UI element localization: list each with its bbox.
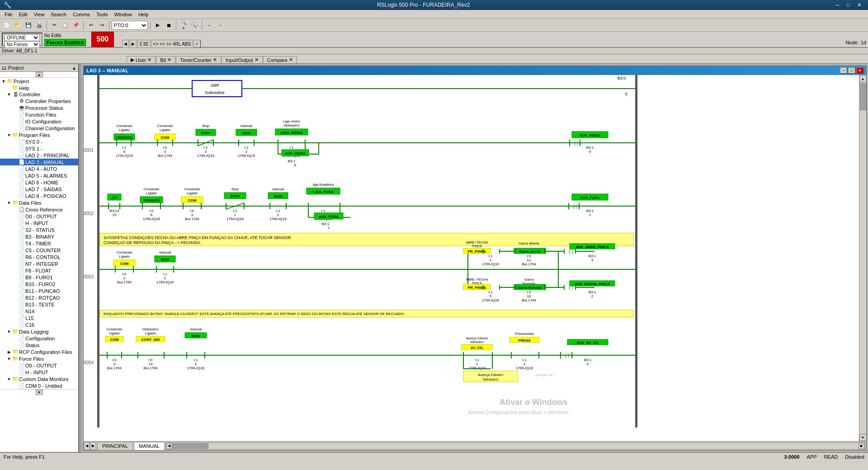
tab-user[interactable]: ▶ User ✕ [127, 56, 156, 63]
sidebar-item-c5[interactable]: 📄 C5 - COUNTER [0, 247, 78, 254]
instr-ok-btn[interactable]: ✓ [193, 40, 201, 48]
lad-maximize-btn[interactable]: □ [848, 67, 855, 74]
cut-btn[interactable]: ✂ [49, 20, 59, 30]
sidebar-item-lad4[interactable]: 📄 LAD 4 - AUTO [0, 165, 78, 172]
pto-select[interactable]: PTO:0 [112, 21, 148, 30]
h-scroll-thumb[interactable] [172, 443, 208, 449]
bottom-tab-manual[interactable]: MANUAL [134, 442, 165, 450]
expand-logging[interactable]: ▼ [6, 329, 12, 334]
tab-io-close[interactable]: ✕ [255, 57, 259, 63]
sidebar-item-n7[interactable]: 📄 N7 - INTEGER [0, 260, 78, 267]
sidebar-item-cdm0[interactable]: 📄 CDM 0 - Untitled [0, 382, 78, 389]
menu-tools[interactable]: Tools [94, 11, 111, 18]
sidebar-item-proc-status[interactable]: 💻 Processor Status [0, 104, 78, 111]
paste-btn[interactable]: 📌 [71, 20, 81, 30]
menu-edit[interactable]: Edit [16, 11, 30, 18]
h-scroll-right-btn[interactable]: ▶ [859, 443, 865, 449]
sidebar-item-cross-ref[interactable]: 📋 Cross Reference [0, 206, 78, 213]
sidebar-item-b9[interactable]: 📄 B9 - FURO1 [0, 274, 78, 281]
tab-bit-close[interactable]: ✕ [167, 57, 171, 63]
sidebar-item-o0[interactable]: 📄 O0 - OUTPUT [0, 213, 78, 220]
copy-btn[interactable]: 📋 [60, 20, 70, 30]
sidebar-item-s2[interactable]: 📄 S2 - STATUS [0, 226, 78, 233]
stop-btn[interactable]: ⏹ [164, 20, 174, 30]
sidebar-item-program-files[interactable]: ▼ 📁 Program Files [0, 132, 78, 138]
sidebar-item-b11[interactable]: 📄 B11 - PUNCAO [0, 287, 78, 294]
sidebar-item-r6[interactable]: 📄 R6 - CONTROL [0, 254, 78, 260]
minimize-btn[interactable]: ─ [833, 2, 842, 8]
sidebar-item-dl-status[interactable]: 📄 Status [0, 342, 78, 348]
sidebar-item-c16[interactable]: 📄 C16 [0, 321, 78, 328]
sidebar-item-custom-monitors[interactable]: ▼ 📁 Custom Data Monitors [0, 376, 78, 382]
sidebar-item-l15[interactable]: 📄 L15 [0, 315, 78, 321]
maximize-btn[interactable]: □ [844, 2, 853, 8]
scroll-thumb-v[interactable] [860, 83, 866, 110]
run-btn[interactable]: ▶ [153, 20, 163, 30]
menu-file[interactable]: File [2, 11, 15, 18]
right-btn[interactable]: → [215, 20, 225, 30]
expand-force[interactable]: ▼ [6, 357, 12, 361]
sidebar-item-b10[interactable]: 📄 B10 - FURO2 [0, 281, 78, 287]
sidebar-item-dl-config[interactable]: 📄 Configuration [0, 335, 78, 342]
expand-project[interactable]: ▼ [1, 79, 6, 84]
sidebar-item-lad2[interactable]: 📄 LAD 2 - PRINCIPAL [0, 152, 78, 159]
sidebar-item-chan-config[interactable]: 📄 Channel Configuration [0, 125, 78, 132]
sidebar-item-b12[interactable]: 📄 B12 - ROTÇAO [0, 294, 78, 301]
sidebar-item-ctrl-props[interactable]: ⚙ Controller Properties [0, 98, 78, 104]
tab-input-output[interactable]: Input/Output ✕ [222, 56, 263, 63]
sidebar-item-help[interactable]: 📁 Help [0, 85, 78, 91]
tab-timer-counter[interactable]: Timer/Counter ✕ [176, 56, 221, 63]
sidebar-item-lad8[interactable]: 📄 LAD 8 - POSICAO [0, 193, 78, 199]
sidebar-item-data-logging[interactable]: ▼ 📁 Data Logging [0, 328, 78, 335]
expand-data[interactable]: ▼ [6, 201, 12, 205]
tree-scroll-up[interactable]: ▲ [36, 72, 43, 77]
tab-bit[interactable]: Bit ✕ [156, 56, 175, 63]
tab-compare[interactable]: Compare ✕ [263, 56, 297, 63]
menu-view[interactable]: View [31, 11, 47, 18]
menu-comms[interactable]: Comms [70, 11, 93, 18]
sidebar-item-controller[interactable]: ▼ 🎛 Controller [0, 91, 78, 98]
sidebar-item-lad7[interactable]: 📄 LAD 7 - SAIDAS [0, 186, 78, 193]
expand-controller[interactable]: ▼ [6, 92, 12, 97]
open-btn[interactable]: 📂 [13, 20, 23, 30]
left-btn[interactable]: ← [204, 20, 214, 30]
sidebar-item-io-config[interactable]: 📄 IO Configuration [0, 118, 78, 125]
tab-scroll-right[interactable]: ▶ [90, 442, 96, 450]
sidebar-item-fh1[interactable]: 📄 H - INPUT [0, 369, 78, 376]
sidebar-item-rcp-files[interactable]: ▶ 📁 RCP Configuration Files [0, 348, 78, 355]
menu-search[interactable]: Search [48, 11, 69, 18]
expand-program[interactable]: ▼ [6, 133, 12, 137]
sidebar-item-fo0[interactable]: 📄 O0 - OUTPUT [0, 362, 78, 369]
new-btn[interactable]: 📄 [2, 20, 12, 30]
instr-next-btn[interactable]: ▶ [130, 40, 137, 48]
scroll-down-btn[interactable]: ▼ [859, 434, 867, 441]
tab-compare-close[interactable]: ✕ [289, 57, 293, 63]
zoom-out-btn[interactable]: 🔍- [189, 20, 199, 30]
sidebar-item-force-files[interactable]: ▼ 📁 Force Files [0, 355, 78, 362]
no-forces-select[interactable]: No Forces [5, 41, 40, 48]
sidebar-item-sys1[interactable]: 📄 SYS 1 - [0, 145, 78, 152]
instr-prev-btn[interactable]: ◀ [122, 40, 129, 48]
lad-minimize-btn[interactable]: ─ [840, 67, 847, 74]
bottom-tab-principal[interactable]: PRINCIPAL [97, 442, 133, 450]
scroll-up-btn[interactable]: ▲ [859, 75, 867, 82]
save-btn[interactable]: 💾 [24, 20, 33, 30]
sidebar-item-f8[interactable]: 📄 F8 - FLOAT [0, 267, 78, 274]
sidebar-item-func-files[interactable]: 📄 Function Files [0, 111, 78, 118]
redo-btn[interactable]: ↪ [97, 20, 107, 30]
lad-close-btn[interactable]: ✕ [856, 67, 863, 74]
sidebar-item-lad6[interactable]: 📄 LAD 6 - HOME [0, 179, 78, 186]
sidebar-item-n14[interactable]: 📄 N14 [0, 308, 78, 315]
expand-monitors[interactable]: ▼ [6, 377, 12, 381]
tab-tc-close[interactable]: ✕ [213, 57, 217, 63]
sidebar-item-b3[interactable]: 📄 B3 - BINARY [0, 233, 78, 240]
forces-enabled-btn[interactable]: Forces Enabled [44, 39, 86, 46]
h-scroll-left-btn[interactable]: ◀ [166, 443, 172, 449]
sidebar-expand-all[interactable]: ▲ [72, 66, 76, 70]
sidebar-item-lad5[interactable]: 📄 LAD 5 - ALARMES [0, 172, 78, 179]
print-btn[interactable]: 🖨️ [34, 20, 44, 30]
sidebar-item-b13[interactable]: 📄 B13 - TESTE [0, 301, 78, 308]
zoom-in-btn[interactable]: 🔍+ [179, 20, 189, 30]
sidebar-item-sys0[interactable]: 📄 SYS 0 - [0, 138, 78, 145]
tab-user-close[interactable]: ✕ [147, 57, 151, 63]
